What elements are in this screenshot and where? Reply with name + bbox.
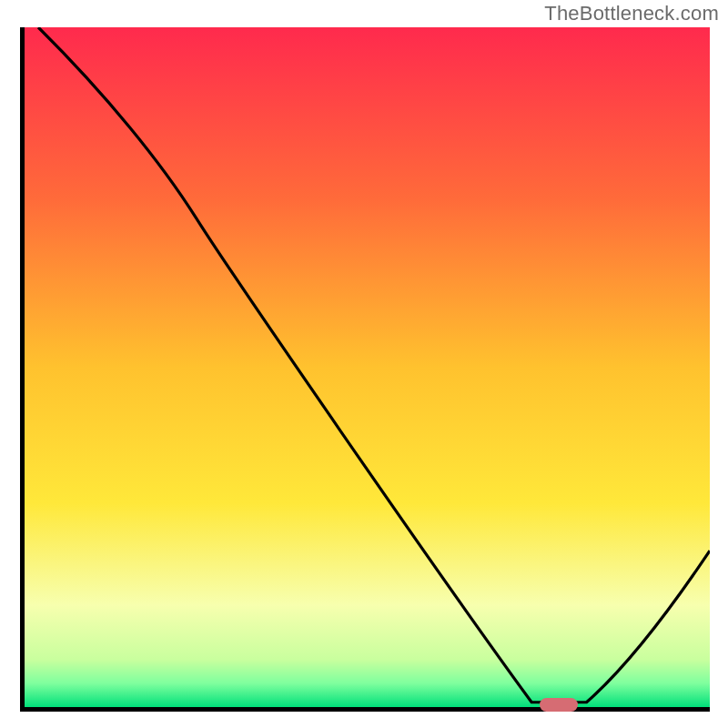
- bottleneck-curve: [25, 27, 710, 707]
- plot-area: [20, 27, 710, 712]
- curve-path: [38, 27, 710, 703]
- optimal-marker: [540, 698, 578, 712]
- watermark-text: TheBottleneck.com: [544, 2, 719, 25]
